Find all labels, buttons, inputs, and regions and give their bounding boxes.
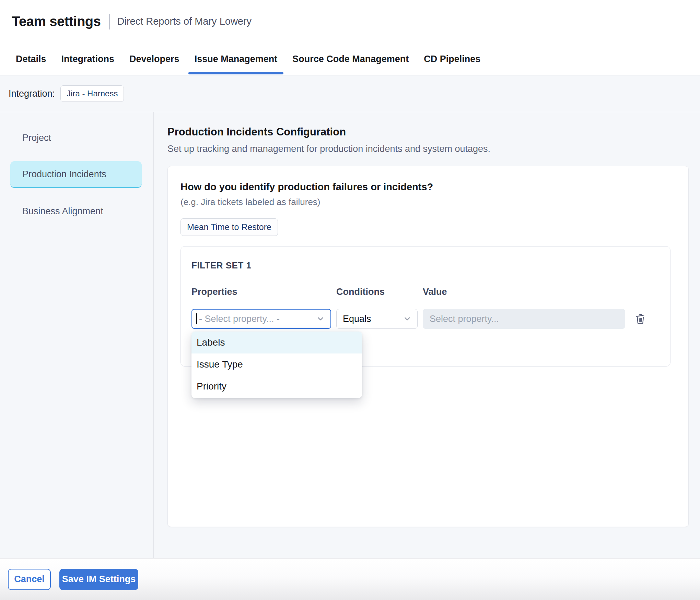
column-label-conditions: Conditions [336, 287, 418, 297]
condition-selected-value: Equals [343, 314, 371, 324]
page-title: Team settings [12, 14, 101, 29]
integration-label: Integration: [9, 88, 55, 99]
question-heading: How do you identify production failures … [180, 181, 688, 193]
condition-select[interactable]: Equals [336, 309, 418, 329]
main-content: Production Incidents Configuration Set u… [154, 112, 700, 558]
integration-badge[interactable]: Jira - Harness [60, 85, 124, 102]
delete-filter-button[interactable] [630, 309, 650, 329]
chevron-down-icon [403, 314, 412, 323]
integration-row: Integration: Jira - Harness [0, 75, 700, 112]
metric-chip-mean-time-to-restore[interactable]: Mean Time to Restore [180, 218, 278, 236]
column-label-value: Value [423, 287, 625, 297]
tab-source-code-management[interactable]: Source Code Management [285, 43, 416, 75]
property-dropdown: Labels Issue Type Priority [191, 332, 362, 398]
chevron-down-icon [316, 314, 325, 323]
column-label-properties: Properties [191, 287, 331, 297]
value-field [423, 309, 625, 329]
trash-icon [634, 313, 646, 325]
title-separator [109, 14, 110, 29]
sidebar: Project Production Incidents Business Al… [0, 112, 154, 558]
filter-set: FILTER SET 1 Properties Conditions Value [180, 246, 670, 367]
tab-details[interactable]: Details [8, 43, 54, 75]
filter-controls: Labels Issue Type Priority Equals [191, 309, 670, 329]
sidebar-item-project[interactable]: Project [10, 124, 142, 151]
value-input[interactable] [423, 309, 625, 329]
tab-cd-pipelines[interactable]: CD Pipelines [416, 43, 488, 75]
question-hint: (e.g. Jira tickets labeled as failures) [180, 197, 688, 207]
property-select-input[interactable] [197, 314, 316, 324]
dropdown-option-priority[interactable]: Priority [191, 375, 362, 397]
body: Project Production Incidents Business Al… [0, 112, 700, 558]
section-title: Production Incidents Configuration [167, 126, 689, 138]
tab-issue-management[interactable]: Issue Management [187, 43, 285, 75]
tab-integrations[interactable]: Integrations [54, 43, 122, 75]
section-subtitle: Set up tracking and management for produ… [167, 144, 689, 154]
tab-developers[interactable]: Developers [122, 43, 187, 75]
property-select[interactable] [191, 309, 331, 329]
page-subtitle: Direct Reports of Mary Lowery [117, 16, 252, 27]
sidebar-item-production-incidents[interactable]: Production Incidents [10, 161, 142, 188]
page-header: Team settings Direct Reports of Mary Low… [0, 0, 700, 43]
incidents-config-card: How do you identify production failures … [167, 166, 689, 527]
filter-set-title: FILTER SET 1 [191, 260, 670, 271]
sidebar-item-business-alignment[interactable]: Business Alignment [10, 198, 142, 225]
filter-column-labels: Properties Conditions Value [191, 287, 670, 297]
footer-bar: Cancel Save IM Settings [0, 558, 700, 600]
dropdown-option-issue-type[interactable]: Issue Type [191, 353, 362, 375]
tab-bar: Details Integrations Developers Issue Ma… [0, 43, 700, 75]
dropdown-option-labels[interactable]: Labels [191, 332, 362, 353]
save-im-settings-button[interactable]: Save IM Settings [59, 569, 138, 590]
cancel-button[interactable]: Cancel [8, 569, 51, 590]
